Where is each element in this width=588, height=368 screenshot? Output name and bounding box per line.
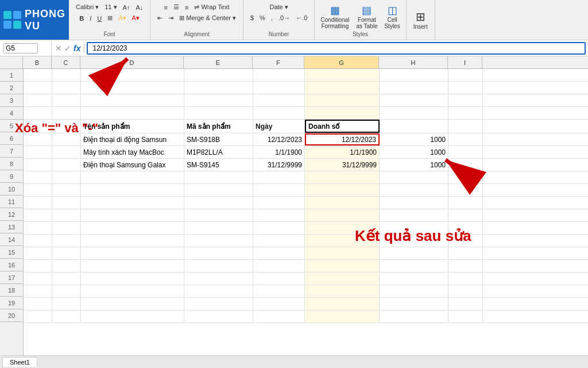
table-row[interactable]: Máy tính xách tay MacBoc M1P82LL/A 1/1/1… [24,146,588,159]
table-row[interactable] [24,184,588,197]
cell-f1[interactable] [253,69,305,81]
cell-b4[interactable] [24,107,52,119]
cell-h8[interactable]: 1000 [380,159,448,171]
cell-e8[interactable]: SM-S9145 [184,159,253,171]
wrap-text-btn[interactable]: ⇌ Wrap Text [192,2,231,12]
cell-h6[interactable]: 1000 [380,133,448,145]
cell-i6[interactable] [448,133,483,145]
cell-e2[interactable] [184,82,253,94]
cell-c7[interactable] [52,146,81,158]
col-header-h[interactable]: H [379,56,448,68]
cell-i7[interactable] [448,146,483,158]
cell-e7[interactable]: M1P82LL/A [184,146,253,158]
cell-g5-header[interactable]: Doanh số [305,120,380,133]
table-row[interactable] [24,247,588,260]
decrease-font-btn[interactable]: A↓ [133,3,145,12]
percent-btn[interactable]: % [257,13,268,22]
cell-d3[interactable] [81,94,184,106]
cell-g6-active[interactable]: 12/12/2023 [305,133,380,145]
cell-f4[interactable] [253,107,305,119]
table-row[interactable] [24,222,588,235]
table-row[interactable] [24,285,588,298]
currency-btn[interactable]: $ [248,13,256,22]
sheet-tab-1[interactable]: Sheet1 [2,357,37,367]
cell-d1[interactable] [81,69,184,81]
cell-d4[interactable] [81,107,184,119]
col-header-b[interactable]: B [23,56,52,68]
table-row[interactable] [24,235,588,247]
cell-styles-btn[interactable]: ◫ CellStyles [382,3,402,30]
cell-i8[interactable] [448,159,483,171]
table-row[interactable] [24,197,588,209]
increase-font-btn[interactable]: A↑ [121,3,133,12]
italic-btn[interactable]: I [87,14,94,23]
cell-b5[interactable] [24,120,52,133]
col-header-g[interactable]: G [304,56,379,68]
cell-b3[interactable] [24,94,52,106]
cell-i2[interactable] [448,82,483,94]
cell-h3[interactable] [380,94,448,106]
align-left-btn[interactable]: ≡ [162,3,170,12]
table-row[interactable]: Điện thoại Samsung Galax SM-S9145 31/12/… [24,159,588,171]
table-row[interactable] [24,94,588,107]
insert-btn[interactable]: ⊞ Insert [411,9,430,31]
cell-f2[interactable] [253,82,305,94]
underline-btn[interactable]: U [95,14,104,23]
border-btn[interactable]: ⊞ [105,13,115,23]
font-color-btn[interactable]: A▾ [130,13,142,23]
cell-c8[interactable] [52,159,81,171]
bold-btn[interactable]: B [77,14,86,23]
cell-c4[interactable] [52,107,81,119]
cell-e3[interactable] [184,94,253,106]
cell-e5-header[interactable]: Mã sản phẩm [184,120,253,133]
cell-c5[interactable] [52,120,81,133]
indent-inc-btn[interactable]: ⇥ [166,13,176,23]
cell-g3[interactable] [305,94,380,106]
col-header-e[interactable]: E [184,56,253,68]
cell-g1[interactable] [305,69,380,81]
cell-d7[interactable]: Máy tính xách tay MacBoc [81,146,184,158]
table-row[interactable] [24,209,588,222]
col-header-c[interactable]: C [52,56,80,68]
cell-g2[interactable] [305,82,380,94]
cell-b2[interactable] [24,82,52,94]
font-name-btn[interactable]: Calibri ▾ [74,2,101,12]
cell-g8[interactable]: 31/12/9999 [305,159,380,171]
cell-b7[interactable] [24,146,52,158]
align-center-btn[interactable]: ☰ [171,2,181,12]
cell-h1[interactable] [380,69,448,81]
table-row[interactable] [24,171,588,184]
cell-c1[interactable] [52,69,81,81]
merge-center-btn[interactable]: ⊞ Merge & Center ▾ [177,13,238,23]
cell-h4[interactable] [380,107,448,119]
cell-d6[interactable]: Điện thoại di động Samsun [81,133,184,145]
table-row[interactable]: Điện thoại di động Samsun SM-S918B 12/12… [24,133,588,146]
table-row[interactable] [24,273,588,285]
col-header-i[interactable]: I [448,56,482,68]
conditional-formatting-btn[interactable]: ▦ ConditionalFormatting [318,3,351,30]
cell-i1[interactable] [448,69,483,81]
cell-f5-header[interactable]: Ngày [253,120,305,133]
font-size-btn[interactable]: 11 ▾ [102,2,119,12]
name-box[interactable] [0,40,52,56]
cell-c6[interactable] [52,133,81,145]
cell-h2[interactable] [380,82,448,94]
cell-f6[interactable]: 12/12/2023 [253,133,305,145]
cell-d8[interactable]: Điện thoại Samsung Galax [81,159,184,171]
table-row[interactable]: Tên sản phẩm Mã sản phẩm Ngày Doanh số [24,120,588,133]
fill-color-btn[interactable]: A▾ [116,13,128,23]
table-row[interactable] [24,107,588,120]
cell-g7[interactable]: 1/1/1900 [305,146,380,158]
cell-e4[interactable] [184,107,253,119]
table-row[interactable] [24,310,588,323]
name-box-input[interactable] [3,43,38,53]
col-header-d[interactable]: D [80,56,184,68]
cell-i3[interactable] [448,94,483,106]
cell-d5-header[interactable]: Tên sản phẩm [81,120,184,133]
cell-h5[interactable] [380,120,448,133]
cell-f8[interactable]: 31/12/9999 [253,159,305,171]
cell-b6[interactable] [24,133,52,145]
decimal-dec-btn[interactable]: ←.0 [293,13,310,22]
align-right-btn[interactable]: ≡ [183,3,191,12]
cell-i4[interactable] [448,107,483,119]
